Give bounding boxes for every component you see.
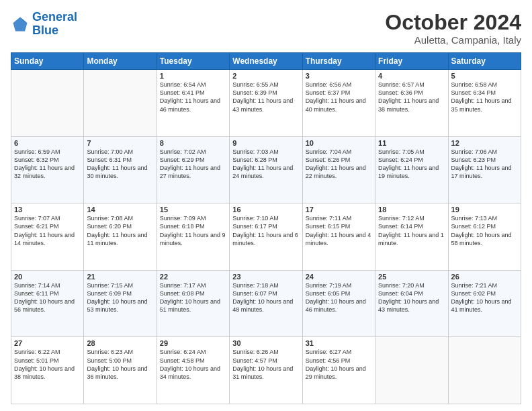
day-number: 6: [14, 139, 81, 147]
day-number: 28: [87, 339, 153, 347]
day-info: Sunrise: 6:59 AM Sunset: 6:32 PM Dayligh…: [14, 148, 81, 181]
day-info: Sunrise: 6:54 AM Sunset: 6:41 PM Dayligh…: [160, 81, 226, 113]
day-info: Sunrise: 7:05 AM Sunset: 6:24 PM Dayligh…: [378, 148, 445, 181]
day-number: 15: [160, 205, 226, 214]
logo-icon: [11, 15, 30, 34]
day-number: 30: [232, 339, 299, 347]
calendar-cell: 14Sunrise: 7:08 AM Sunset: 6:20 PM Dayli…: [84, 203, 157, 271]
day-number: 27: [14, 339, 81, 347]
day-info: Sunrise: 7:13 AM Sunset: 6:12 PM Dayligh…: [451, 214, 518, 247]
day-number: 1: [160, 72, 226, 80]
day-number: 10: [306, 139, 372, 147]
calendar-day-header: Monday: [84, 53, 157, 70]
day-number: 16: [232, 205, 299, 214]
logo-line2: Blue: [32, 24, 58, 37]
day-info: Sunrise: 7:15 AM Sunset: 6:09 PM Dayligh…: [87, 281, 153, 314]
day-info: Sunrise: 6:56 AM Sunset: 6:37 PM Dayligh…: [306, 81, 372, 113]
day-info: Sunrise: 7:14 AM Sunset: 6:11 PM Dayligh…: [14, 281, 81, 314]
day-info: Sunrise: 7:11 AM Sunset: 6:15 PM Dayligh…: [306, 214, 372, 247]
day-number: 17: [306, 205, 372, 214]
day-info: Sunrise: 7:02 AM Sunset: 6:29 PM Dayligh…: [160, 148, 226, 181]
calendar-cell: 17Sunrise: 7:11 AM Sunset: 6:15 PM Dayli…: [302, 203, 375, 271]
calendar-cell: 18Sunrise: 7:12 AM Sunset: 6:14 PM Dayli…: [375, 203, 448, 271]
day-number: 3: [306, 72, 372, 80]
page: General Blue October 2024 Auletta, Campa…: [0, 0, 532, 411]
day-info: Sunrise: 6:24 AM Sunset: 4:58 PM Dayligh…: [160, 348, 226, 381]
calendar-cell: 19Sunrise: 7:13 AM Sunset: 6:12 PM Dayli…: [448, 203, 521, 271]
calendar-cell: [84, 70, 157, 137]
calendar-cell: 29Sunrise: 6:24 AM Sunset: 4:58 PM Dayli…: [157, 337, 229, 404]
day-number: 7: [87, 139, 153, 147]
calendar-cell: 9Sunrise: 7:03 AM Sunset: 6:28 PM Daylig…: [230, 136, 302, 203]
calendar-cell: 6Sunrise: 6:59 AM Sunset: 6:32 PM Daylig…: [11, 136, 84, 203]
day-number: 19: [451, 205, 518, 214]
calendar-cell: 1Sunrise: 6:54 AM Sunset: 6:41 PM Daylig…: [157, 70, 229, 137]
calendar-day-header: Saturday: [448, 53, 521, 70]
day-number: 11: [378, 139, 445, 147]
day-number: 12: [451, 139, 518, 147]
day-info: Sunrise: 7:03 AM Sunset: 6:28 PM Dayligh…: [232, 148, 299, 181]
calendar-cell: 4Sunrise: 6:57 AM Sunset: 6:36 PM Daylig…: [375, 70, 448, 137]
day-number: 18: [378, 205, 445, 214]
day-info: Sunrise: 7:06 AM Sunset: 6:23 PM Dayligh…: [451, 148, 518, 181]
calendar-cell: 20Sunrise: 7:14 AM Sunset: 6:11 PM Dayli…: [11, 270, 84, 337]
day-info: Sunrise: 7:21 AM Sunset: 6:02 PM Dayligh…: [451, 281, 518, 314]
day-number: 2: [232, 72, 299, 80]
logo-text: General Blue: [32, 11, 77, 38]
day-number: 8: [160, 139, 226, 147]
calendar-cell: 7Sunrise: 7:00 AM Sunset: 6:31 PM Daylig…: [84, 136, 157, 203]
calendar-cell: 28Sunrise: 6:23 AM Sunset: 5:00 PM Dayli…: [84, 337, 157, 404]
svg-marker-1: [13, 17, 28, 31]
logo: General Blue: [11, 11, 77, 38]
calendar-week-row: 1Sunrise: 6:54 AM Sunset: 6:41 PM Daylig…: [11, 70, 521, 137]
calendar-cell: 16Sunrise: 7:10 AM Sunset: 6:17 PM Dayli…: [230, 203, 302, 271]
calendar-cell: 31Sunrise: 6:27 AM Sunset: 4:56 PM Dayli…: [302, 337, 375, 404]
day-info: Sunrise: 7:08 AM Sunset: 6:20 PM Dayligh…: [87, 214, 153, 247]
day-info: Sunrise: 7:19 AM Sunset: 6:05 PM Dayligh…: [306, 281, 372, 314]
day-number: 22: [160, 273, 226, 281]
day-number: 26: [451, 273, 518, 281]
day-number: 23: [232, 273, 299, 281]
calendar-day-header: Tuesday: [157, 53, 229, 70]
main-title: October 2024: [385, 11, 521, 34]
day-number: 14: [87, 205, 153, 214]
day-info: Sunrise: 6:27 AM Sunset: 4:56 PM Dayligh…: [306, 348, 372, 381]
calendar-header-row: SundayMondayTuesdayWednesdayThursdayFrid…: [11, 53, 521, 70]
calendar-cell: 5Sunrise: 6:58 AM Sunset: 6:34 PM Daylig…: [448, 70, 521, 137]
day-info: Sunrise: 6:26 AM Sunset: 4:57 PM Dayligh…: [232, 348, 299, 381]
calendar-cell: 23Sunrise: 7:18 AM Sunset: 6:07 PM Dayli…: [230, 270, 302, 337]
calendar-cell: 12Sunrise: 7:06 AM Sunset: 6:23 PM Dayli…: [448, 136, 521, 203]
day-number: 5: [451, 72, 518, 80]
calendar-cell: 2Sunrise: 6:55 AM Sunset: 6:39 PM Daylig…: [230, 70, 302, 137]
calendar-cell: 30Sunrise: 6:26 AM Sunset: 4:57 PM Dayli…: [230, 337, 302, 404]
day-info: Sunrise: 6:55 AM Sunset: 6:39 PM Dayligh…: [232, 81, 299, 113]
day-info: Sunrise: 6:58 AM Sunset: 6:34 PM Dayligh…: [451, 81, 518, 113]
day-info: Sunrise: 6:22 AM Sunset: 5:01 PM Dayligh…: [14, 348, 81, 381]
calendar-day-header: Wednesday: [230, 53, 302, 70]
subtitle: Auletta, Campania, Italy: [385, 34, 521, 46]
day-number: 13: [14, 205, 81, 214]
logo-line1: General: [32, 10, 77, 24]
calendar-cell: 25Sunrise: 7:20 AM Sunset: 6:04 PM Dayli…: [375, 270, 448, 337]
calendar-cell: 11Sunrise: 7:05 AM Sunset: 6:24 PM Dayli…: [375, 136, 448, 203]
day-number: 25: [378, 273, 445, 281]
day-number: 21: [87, 273, 153, 281]
day-number: 31: [306, 339, 372, 347]
day-info: Sunrise: 7:00 AM Sunset: 6:31 PM Dayligh…: [87, 148, 153, 181]
calendar-day-header: Friday: [375, 53, 448, 70]
calendar-cell: 10Sunrise: 7:04 AM Sunset: 6:26 PM Dayli…: [302, 136, 375, 203]
calendar-cell: 24Sunrise: 7:19 AM Sunset: 6:05 PM Dayli…: [302, 270, 375, 337]
calendar-cell: [448, 337, 521, 404]
calendar-week-row: 20Sunrise: 7:14 AM Sunset: 6:11 PM Dayli…: [11, 270, 521, 337]
calendar-cell: 3Sunrise: 6:56 AM Sunset: 6:37 PM Daylig…: [302, 70, 375, 137]
calendar-day-header: Thursday: [302, 53, 375, 70]
day-number: 24: [306, 273, 372, 281]
calendar-day-header: Sunday: [11, 53, 84, 70]
day-number: 4: [378, 72, 445, 80]
calendar-cell: [11, 70, 84, 137]
day-info: Sunrise: 7:17 AM Sunset: 6:08 PM Dayligh…: [160, 281, 226, 314]
day-info: Sunrise: 7:04 AM Sunset: 6:26 PM Dayligh…: [306, 148, 372, 181]
calendar-cell: [375, 337, 448, 404]
day-info: Sunrise: 7:12 AM Sunset: 6:14 PM Dayligh…: [378, 214, 445, 247]
day-number: 29: [160, 339, 226, 347]
